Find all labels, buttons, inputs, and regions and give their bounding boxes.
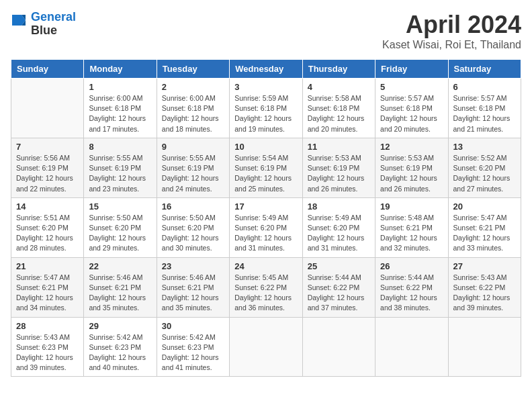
day-info: Sunrise: 5:55 AMSunset: 6:19 PMDaylight:… [89, 153, 151, 194]
header-friday: Friday [375, 60, 448, 79]
day-info: Sunrise: 5:52 AMSunset: 6:20 PMDaylight:… [453, 153, 516, 194]
day-number: 26 [380, 261, 443, 271]
day-number: 14 [16, 201, 79, 212]
day-cell: 2Sunrise: 6:00 AMSunset: 6:18 PMDaylight… [157, 79, 229, 138]
week-row-2: 7Sunrise: 5:56 AMSunset: 6:19 PMDaylight… [11, 138, 521, 197]
day-number: 24 [234, 261, 297, 271]
day-number: 9 [162, 142, 224, 152]
header-wednesday: Wednesday [230, 60, 302, 79]
day-number: 1 [89, 82, 151, 92]
day-info: Sunrise: 5:47 AMSunset: 6:21 PMDaylight:… [453, 213, 516, 254]
day-number: 13 [453, 142, 516, 152]
day-info: Sunrise: 5:42 AMSunset: 6:23 PMDaylight:… [89, 332, 151, 373]
day-info: Sunrise: 5:47 AMSunset: 6:21 PMDaylight:… [16, 273, 79, 314]
header-tuesday: Tuesday [157, 60, 229, 79]
day-cell [11, 79, 84, 138]
day-info: Sunrise: 5:55 AMSunset: 6:19 PMDaylight:… [162, 153, 224, 194]
logo-text-line1: General [31, 11, 76, 24]
day-cell: 5Sunrise: 5:57 AMSunset: 6:18 PMDaylight… [375, 79, 448, 138]
day-cell: 4Sunrise: 5:58 AMSunset: 6:18 PMDaylight… [302, 79, 375, 138]
day-info: Sunrise: 5:50 AMSunset: 6:20 PMDaylight:… [89, 213, 151, 254]
day-number: 28 [16, 321, 79, 331]
day-cell: 13Sunrise: 5:52 AMSunset: 6:20 PMDayligh… [448, 138, 521, 197]
day-number: 10 [234, 142, 297, 152]
day-cell: 27Sunrise: 5:43 AMSunset: 6:22 PMDayligh… [448, 257, 521, 317]
day-info: Sunrise: 5:50 AMSunset: 6:20 PMDaylight:… [162, 213, 224, 254]
day-info: Sunrise: 5:49 AMSunset: 6:20 PMDaylight:… [234, 213, 297, 254]
day-number: 2 [162, 82, 224, 92]
day-info: Sunrise: 5:49 AMSunset: 6:20 PMDaylight:… [308, 213, 370, 254]
header-saturday: Saturday [448, 60, 521, 79]
day-number: 5 [380, 82, 443, 92]
day-info: Sunrise: 5:46 AMSunset: 6:21 PMDaylight:… [89, 273, 151, 314]
day-cell [375, 317, 448, 377]
day-info: Sunrise: 5:51 AMSunset: 6:20 PMDaylight:… [16, 213, 79, 254]
day-number: 20 [453, 201, 516, 212]
day-info: Sunrise: 5:42 AMSunset: 6:23 PMDaylight:… [162, 332, 224, 373]
day-number: 18 [308, 201, 370, 212]
day-info: Sunrise: 5:57 AMSunset: 6:18 PMDaylight:… [453, 93, 516, 134]
day-cell: 12Sunrise: 5:53 AMSunset: 6:19 PMDayligh… [375, 138, 448, 197]
day-cell: 1Sunrise: 6:00 AMSunset: 6:18 PMDaylight… [84, 79, 157, 138]
day-info: Sunrise: 5:45 AMSunset: 6:22 PMDaylight:… [234, 273, 297, 314]
day-info: Sunrise: 5:58 AMSunset: 6:18 PMDaylight:… [308, 93, 370, 134]
day-info: Sunrise: 5:46 AMSunset: 6:21 PMDaylight:… [162, 273, 224, 314]
calendar-table: SundayMondayTuesdayWednesdayThursdayFrid… [11, 59, 521, 377]
day-info: Sunrise: 5:43 AMSunset: 6:23 PMDaylight:… [16, 332, 79, 373]
subtitle: Kaset Wisai, Roi Et, Thailand [382, 39, 521, 51]
day-cell: 11Sunrise: 5:53 AMSunset: 6:19 PMDayligh… [302, 138, 375, 197]
logo-text-line2: Blue [31, 24, 76, 38]
day-number: 12 [380, 142, 443, 152]
day-number: 27 [453, 261, 516, 271]
day-cell: 29Sunrise: 5:42 AMSunset: 6:23 PMDayligh… [84, 317, 157, 377]
day-cell [448, 317, 521, 377]
day-cell: 15Sunrise: 5:50 AMSunset: 6:20 PMDayligh… [84, 197, 157, 257]
day-cell: 25Sunrise: 5:44 AMSunset: 6:22 PMDayligh… [302, 257, 375, 317]
day-cell [302, 317, 375, 377]
day-cell: 28Sunrise: 5:43 AMSunset: 6:23 PMDayligh… [11, 317, 84, 377]
day-info: Sunrise: 5:53 AMSunset: 6:19 PMDaylight:… [380, 153, 443, 194]
day-cell: 21Sunrise: 5:47 AMSunset: 6:21 PMDayligh… [11, 257, 84, 317]
day-cell: 23Sunrise: 5:46 AMSunset: 6:21 PMDayligh… [157, 257, 229, 317]
day-cell: 16Sunrise: 5:50 AMSunset: 6:20 PMDayligh… [157, 197, 229, 257]
day-cell: 30Sunrise: 5:42 AMSunset: 6:23 PMDayligh… [157, 317, 229, 377]
day-cell: 8Sunrise: 5:55 AMSunset: 6:19 PMDaylight… [84, 138, 157, 197]
week-row-3: 14Sunrise: 5:51 AMSunset: 6:20 PMDayligh… [11, 197, 521, 257]
day-info: Sunrise: 6:00 AMSunset: 6:18 PMDaylight:… [89, 93, 151, 134]
day-info: Sunrise: 5:44 AMSunset: 6:22 PMDaylight:… [380, 273, 443, 314]
day-cell: 7Sunrise: 5:56 AMSunset: 6:19 PMDaylight… [11, 138, 84, 197]
day-info: Sunrise: 5:44 AMSunset: 6:22 PMDaylight:… [308, 273, 370, 314]
header-monday: Monday [84, 60, 157, 79]
day-cell: 9Sunrise: 5:55 AMSunset: 6:19 PMDaylight… [157, 138, 229, 197]
day-cell: 3Sunrise: 5:59 AMSunset: 6:18 PMDaylight… [230, 79, 302, 138]
calendar-header-row: SundayMondayTuesdayWednesdayThursdayFrid… [11, 60, 521, 79]
day-cell: 10Sunrise: 5:54 AMSunset: 6:19 PMDayligh… [230, 138, 302, 197]
day-number: 15 [89, 201, 151, 212]
day-number: 11 [308, 142, 370, 152]
day-number: 3 [234, 82, 297, 92]
page-header: General Blue April 2024 Kaset Wisai, Roi… [11, 11, 521, 51]
day-number: 29 [89, 321, 151, 331]
day-info: Sunrise: 5:59 AMSunset: 6:18 PMDaylight:… [234, 93, 297, 134]
header-sunday: Sunday [11, 60, 84, 79]
day-number: 25 [308, 261, 370, 271]
day-number: 22 [89, 261, 151, 271]
title-block: April 2024 Kaset Wisai, Roi Et, Thailand [382, 11, 521, 51]
day-number: 8 [89, 142, 151, 152]
day-info: Sunrise: 5:57 AMSunset: 6:18 PMDaylight:… [380, 93, 443, 134]
day-number: 19 [380, 201, 443, 212]
day-info: Sunrise: 5:54 AMSunset: 6:19 PMDaylight:… [234, 153, 297, 194]
day-number: 23 [162, 261, 224, 271]
day-info: Sunrise: 5:43 AMSunset: 6:22 PMDaylight:… [453, 273, 516, 314]
day-cell: 22Sunrise: 5:46 AMSunset: 6:21 PMDayligh… [84, 257, 157, 317]
week-row-4: 21Sunrise: 5:47 AMSunset: 6:21 PMDayligh… [11, 257, 521, 317]
day-number: 6 [453, 82, 516, 92]
day-cell: 6Sunrise: 5:57 AMSunset: 6:18 PMDaylight… [448, 79, 521, 138]
day-info: Sunrise: 5:56 AMSunset: 6:19 PMDaylight:… [16, 153, 79, 194]
day-number: 21 [16, 261, 79, 271]
day-info: Sunrise: 5:53 AMSunset: 6:19 PMDaylight:… [308, 153, 370, 194]
main-title: April 2024 [382, 11, 521, 39]
day-info: Sunrise: 5:48 AMSunset: 6:21 PMDaylight:… [380, 213, 443, 254]
day-cell: 19Sunrise: 5:48 AMSunset: 6:21 PMDayligh… [375, 197, 448, 257]
logo: General Blue [11, 11, 76, 38]
